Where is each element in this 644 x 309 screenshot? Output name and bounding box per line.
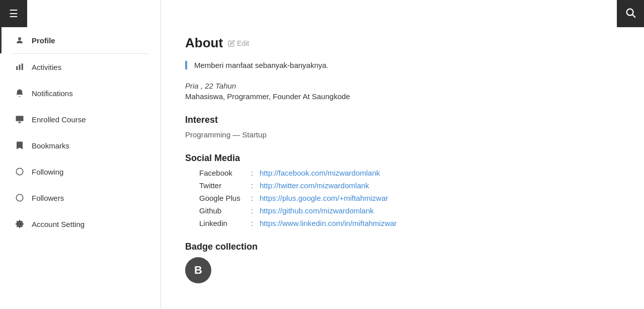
sidebar-item-profile[interactable]: Profile [0,27,160,53]
search-icon [625,7,636,21]
badge-title: Badge collection [185,242,620,252]
sidebar: ProfileActivitiesNotificationsEnrolled C… [0,0,161,309]
sidebar-item-followers[interactable]: Followers [0,185,160,211]
svg-rect-5 [22,63,23,70]
svg-rect-6 [16,116,24,121]
sidebar-item-label-profile: Profile [32,36,55,45]
sidebar-item-label-followers: Followers [32,194,64,202]
about-title: About [185,35,223,51]
badge-icon: B [185,257,211,283]
sidebar-item-enrolled-course[interactable]: Enrolled Course [0,106,160,132]
svg-rect-3 [16,66,18,70]
following-icon [14,166,26,178]
notifications-icon [14,87,26,99]
bookmarks-icon [14,139,26,151]
edit-link[interactable]: Edit [228,39,249,47]
sidebar-item-label-following: Following [32,168,63,176]
interest-title: Interest [185,115,620,125]
account-setting-icon [14,218,26,230]
badge-letter: B [194,264,202,277]
svg-point-9 [16,168,23,175]
followers-icon [14,192,26,204]
social-separator: : [245,219,260,227]
svg-rect-4 [19,65,21,70]
social-separator: : [245,169,260,177]
menu-button[interactable]: ☰ [0,0,27,27]
hamburger-icon: ☰ [9,9,18,19]
activities-icon [14,61,26,73]
social-link[interactable]: https://plus.google.com/+miftahmizwar [260,194,388,202]
search-button[interactable] [617,0,644,27]
svg-point-2 [18,37,21,40]
sidebar-item-label-enrolled-course: Enrolled Course [32,115,86,124]
bio-text: Mahasiswa, Programmer, Founder At Saungk… [185,92,620,101]
social-separator: : [245,181,260,190]
social-list-item: Facebook : http://facebook.com/mizwardom… [199,169,620,177]
svg-line-1 [632,15,635,17]
sidebar-item-label-account-setting: Account Setting [32,220,85,228]
quote-block: Memberi manfaat sebanyak-banyaknya. [185,61,620,69]
social-list-item: Github : https://github.com/mizwardomlan… [199,206,620,215]
social-link[interactable]: https://www.linkedin.com/in/miftahmizwar [260,219,397,227]
sidebar-item-activities[interactable]: Activities [0,54,160,80]
bio-italic: Pria , 22 Tahun [185,82,620,90]
quote-text: Memberi manfaat sebanyak-banyaknya. [194,61,329,69]
sidebar-item-bookmarks[interactable]: Bookmarks [0,132,160,159]
sidebar-item-notifications[interactable]: Notifications [0,80,160,106]
social-link[interactable]: http://twitter.com/mizwardomlank [260,181,369,190]
social-link[interactable]: https://github.com/mizwardomlank [260,206,374,215]
interest-text: Programming — Startup [185,130,620,139]
social-media-section: Social Media Facebook : http://facebook.… [185,153,620,227]
social-label: Twitter [199,181,245,190]
social-separator: : [245,206,260,215]
social-list-item: Twitter : http://twitter.com/mizwardomla… [199,181,620,190]
badge-section: Badge collection B [185,242,620,283]
social-label: Github [199,206,245,215]
social-list: Facebook : http://facebook.com/mizwardom… [185,169,620,227]
interest-section: Interest Programming — Startup [185,115,620,139]
social-separator: : [245,194,260,202]
social-list-item: Google Plus : https://plus.google.com/+m… [199,194,620,202]
social-label: Facebook [199,169,245,177]
sidebar-item-following[interactable]: Following [0,159,160,185]
social-media-title: Social Media [185,153,620,164]
main-content: About Edit Memberi manfaat sebanyak-bany… [161,0,644,309]
profile-icon [14,34,26,46]
sidebar-item-account-setting[interactable]: Account Setting [0,211,160,237]
enrolled-course-icon [14,113,26,125]
sidebar-item-label-notifications: Notifications [32,89,73,98]
social-label: Linkedin [199,219,245,227]
social-label: Google Plus [199,194,245,202]
edit-label: Edit [237,39,249,47]
social-list-item: Linkedin : https://www.linkedin.com/in/m… [199,219,620,227]
about-header: About Edit [185,35,620,51]
social-link[interactable]: http://facebook.com/mizwardomlank [260,169,380,177]
sidebar-item-label-bookmarks: Bookmarks [32,141,69,150]
sidebar-item-label-activities: Activities [32,63,61,71]
svg-point-10 [16,194,23,201]
